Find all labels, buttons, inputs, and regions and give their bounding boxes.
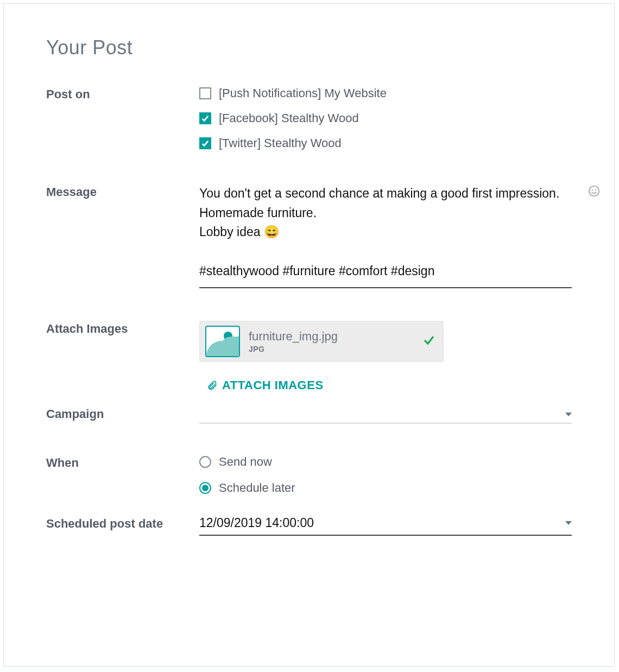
image-thumbnail-icon xyxy=(205,326,240,357)
label-when: When xyxy=(46,455,199,470)
scheduled-date-input[interactable]: 12/09/2019 14:00:00 xyxy=(199,516,572,536)
chevron-down-icon xyxy=(565,413,572,416)
row-campaign: Campaign xyxy=(46,406,572,423)
radio-label: Send now xyxy=(219,455,272,469)
row-message: Message You don't get a second chance at… xyxy=(46,184,572,288)
attachment-filename: furniture_img.jpg xyxy=(249,329,422,344)
post-form: Your Post Post on [Push Notifications] M… xyxy=(3,3,615,667)
scheduled-date-value: 12/09/2019 14:00:00 xyxy=(199,516,314,530)
label-attach-images: Attach Images xyxy=(46,321,199,336)
row-when: When Send now Schedule later xyxy=(46,455,572,495)
label-scheduled-date: Scheduled post date xyxy=(46,516,199,531)
radio-send-now[interactable]: Send now xyxy=(199,455,572,469)
checkbox-twitter[interactable]: [Twitter] Stealthy Wood xyxy=(199,136,572,150)
radio-label: Schedule later xyxy=(219,481,295,495)
checkbox-push-notifications[interactable]: [Push Notifications] My Website xyxy=(199,86,572,100)
label-campaign: Campaign xyxy=(46,406,199,421)
radio-icon xyxy=(199,456,211,468)
row-scheduled-date: Scheduled post date 12/09/2019 14:00:00 xyxy=(46,516,572,536)
checkbox-facebook[interactable]: [Facebook] Stealthy Wood xyxy=(199,111,572,125)
chevron-down-icon xyxy=(565,521,572,525)
checkbox-label: [Twitter] Stealthy Wood xyxy=(219,136,342,150)
attachment-info: furniture_img.jpg JPG xyxy=(249,329,422,353)
paperclip-icon xyxy=(207,380,218,391)
checkbox-label: [Facebook] Stealthy Wood xyxy=(219,111,359,125)
svg-point-1 xyxy=(592,189,593,191)
checkbox-icon xyxy=(199,87,211,99)
checkbox-icon xyxy=(199,137,211,149)
message-input[interactable]: You don't get a second chance at making … xyxy=(199,184,572,288)
checkbox-icon xyxy=(199,112,211,124)
post-on-options: [Push Notifications] My Website [Faceboo… xyxy=(199,86,572,150)
attach-images-button[interactable]: ATTACH IMAGES xyxy=(207,378,324,392)
emoji-picker-icon[interactable] xyxy=(588,185,600,200)
upload-success-icon xyxy=(422,333,435,350)
message-text: You don't get a second chance at making … xyxy=(199,184,572,281)
label-post-on: Post on xyxy=(46,86,199,102)
attachment-chip[interactable]: furniture_img.jpg JPG xyxy=(199,321,444,362)
attach-images-label: ATTACH IMAGES xyxy=(222,378,324,392)
svg-point-0 xyxy=(589,186,599,196)
radio-icon xyxy=(199,482,211,494)
checkbox-label: [Push Notifications] My Website xyxy=(219,86,387,100)
attachment-filetype: JPG xyxy=(249,345,422,353)
row-post-on: Post on [Push Notifications] My Website … xyxy=(46,86,572,150)
radio-schedule-later[interactable]: Schedule later xyxy=(199,481,572,495)
row-attach-images: Attach Images furniture_img.jpg JPG xyxy=(46,321,572,394)
label-message: Message xyxy=(46,184,199,199)
page-title: Your Post xyxy=(46,36,572,59)
campaign-select[interactable] xyxy=(199,406,572,423)
svg-point-2 xyxy=(595,189,596,191)
